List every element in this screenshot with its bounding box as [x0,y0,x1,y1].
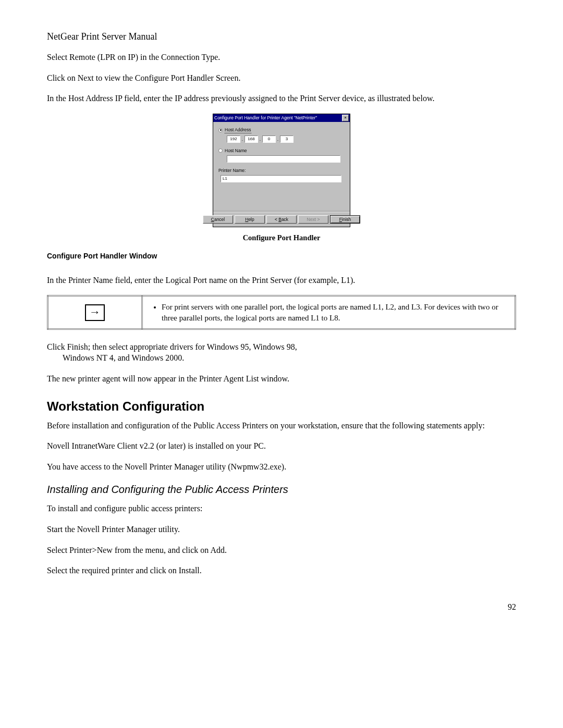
note-text-cell: For print servers with one parallel port… [142,296,516,329]
ip-address-input[interactable]: 192. 168. 0. 3 [227,135,345,143]
note-text: For print servers with one parallel port… [162,302,507,323]
heading-installing: Installing and Configuring the Public Ac… [47,484,516,496]
back-button[interactable]: < Back [266,215,297,224]
host-name-input[interactable] [227,155,340,163]
body-text: You have access to the Novell Printer Ma… [47,461,516,473]
subheading: Configure Port Handler Window [47,252,516,260]
printer-name-label: Printer Name: [218,168,345,173]
radio-icon [218,128,223,132]
ip-octet[interactable]: 168 [244,135,258,143]
configure-port-handler-dialog: Configure Port Handler for Printer Agent… [213,114,350,227]
body-text: Click Finish; then select appropriate dr… [47,341,516,353]
body-text: Click on Next to view the Configure Port… [47,72,516,84]
finish-button[interactable]: Finish [330,215,360,224]
help-button[interactable]: Help [235,215,265,224]
note-icon-cell: → [48,296,142,329]
printer-name-input[interactable]: L1 [221,175,341,182]
ip-octet[interactable]: 0 [262,135,276,143]
dialog-title: Configure Port Handler for Printer Agent… [214,115,317,120]
host-address-label: Host Address [225,127,251,133]
ip-octet[interactable]: 3 [280,135,293,143]
close-icon[interactable]: × [342,115,349,121]
host-address-radio[interactable]: Host Address [218,127,345,133]
page-header: NetGear Print Server Manual [47,31,516,42]
body-text: Select Printer>New from the menu, and cl… [47,545,516,556]
host-name-label: Host Name [225,148,247,153]
body-text: Windows NT 4, and Windows 2000. [63,352,516,364]
page-number: 92 [47,602,516,612]
figure-caption: Configure Port Handler [47,233,516,242]
body-text: Novell IntranetWare Client v2.2 (or late… [47,440,516,452]
dialog-titlebar: Configure Port Handler for Printer Agent… [213,114,350,122]
body-text: Before installation and configuration of… [47,420,516,431]
body-text: Start the Novell Printer Manager utility… [47,524,516,535]
body-text: The new printer agent will now appear in… [47,373,516,385]
body-text: To install and configure public access p… [47,503,516,514]
radio-icon [218,149,223,153]
host-name-radio[interactable]: Host Name [218,148,345,153]
dialog-figure: Configure Port Handler for Printer Agent… [47,114,516,227]
dialog-button-row: CCancelancel Help < Back Next > Finish [213,212,350,227]
arrow-right-icon: → [85,304,105,321]
body-text: In the Printer Name field, enter the Log… [47,275,516,286]
body-text: Select Remote (LPR on IP) in the Connect… [47,52,516,63]
note-box: → For print servers with one parallel po… [47,295,516,330]
next-button: Next > [298,215,328,224]
ip-octet[interactable]: 192 [227,135,240,143]
body-text: In the Host Address IP field, enter the … [47,93,516,104]
body-text: Select the required printer and click on… [47,565,516,576]
heading-workstation-config: Workstation Configuration [47,399,516,414]
cancel-button[interactable]: CCancelancel [203,215,233,224]
